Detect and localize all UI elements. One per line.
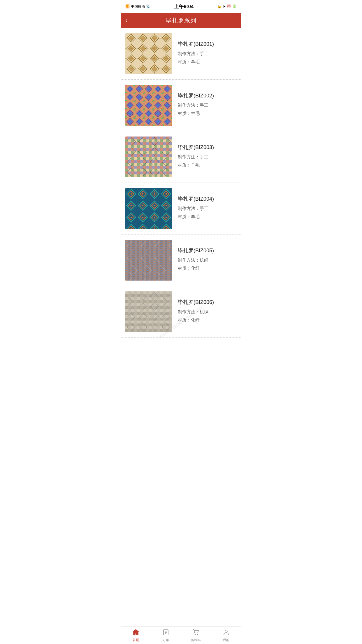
product-item[interactable]: 毕扎罗(BIZ004) 制作方法：手工 材质：羊毛 xyxy=(121,183,241,235)
product-name: 毕扎罗(BIZ005) xyxy=(178,247,237,254)
product-method: 制作方法：手工 xyxy=(178,102,237,109)
svg-rect-28 xyxy=(125,188,172,229)
battery-icon: 🔋 xyxy=(232,4,237,8)
product-item[interactable]: 毕扎罗(BIZ002) 制作方法：手工 材质：羊毛 xyxy=(121,80,241,131)
status-bar-time: 上午9:04 xyxy=(174,3,194,10)
product-item[interactable]: 毕扎罗(BIZ001) 制作方法：手工 材质：羊毛 xyxy=(121,28,241,80)
status-bar-right: 🔒 ➤ ⏰ 🔋 xyxy=(217,4,237,8)
signal-icon: 📶 xyxy=(125,4,130,8)
svg-rect-45 xyxy=(125,291,172,332)
product-name: 毕扎罗(BIZ001) xyxy=(178,41,237,48)
product-method: 制作方法：机织 xyxy=(178,257,237,264)
product-item[interactable]: 毕扎罗(BIZ006) 制作方法：机织 材质：化纤 xyxy=(121,286,241,338)
svg-rect-21 xyxy=(125,136,172,177)
svg-rect-36 xyxy=(125,240,172,281)
product-material: 材质：化纤 xyxy=(178,265,237,272)
product-info: 毕扎罗(BIZ005) 制作方法：机织 材质：化纤 xyxy=(178,247,237,274)
product-info: 毕扎罗(BIZ004) 制作方法：手工 材质：羊毛 xyxy=(178,195,237,222)
alarm-icon: ⏰ xyxy=(227,4,231,8)
wifi-icon: 📡 xyxy=(146,4,150,8)
carrier-name: 中国移动 xyxy=(131,4,145,9)
product-material: 材质：化纤 xyxy=(178,317,237,323)
product-name: 毕扎罗(BIZ006) xyxy=(178,299,237,306)
product-material: 材质：羊毛 xyxy=(178,214,237,220)
product-info: 毕扎罗(BIZ003) 制作方法：手工 材质：羊毛 xyxy=(178,144,237,170)
product-info: 毕扎罗(BIZ001) 制作方法：手工 材质：羊毛 xyxy=(178,41,237,67)
page-header: ‹ 毕扎罗系列 xyxy=(121,13,241,28)
product-method: 制作方法：手工 xyxy=(178,154,237,160)
product-thumbnail xyxy=(125,33,172,74)
svg-rect-13 xyxy=(125,85,172,126)
page-title: 毕扎罗系列 xyxy=(166,17,196,24)
back-button[interactable]: ‹ xyxy=(125,17,127,24)
product-method: 制作方法：机织 xyxy=(178,309,237,315)
product-list-container: 毕扎罗(BIZ001) 制作方法：手工 材质：羊毛 毕扎罗(BIZ002) 制作… xyxy=(121,28,241,357)
product-name: 毕扎罗(BIZ002) xyxy=(178,92,237,99)
product-info: 毕扎罗(BIZ006) 制作方法：机织 材质：化纤 xyxy=(178,299,237,325)
product-thumbnail xyxy=(125,85,172,126)
product-method: 制作方法：手工 xyxy=(178,205,237,212)
product-name: 毕扎罗(BIZ004) xyxy=(178,195,237,202)
product-thumbnail xyxy=(125,240,172,281)
status-bar-left: 📶 中国移动 📡 xyxy=(125,4,150,9)
product-list: 毕扎罗(BIZ001) 制作方法：手工 材质：羊毛 毕扎罗(BIZ002) 制作… xyxy=(121,28,241,338)
product-material: 材质：羊毛 xyxy=(178,59,237,65)
location-icon: ➤ xyxy=(223,4,226,8)
product-thumbnail xyxy=(125,291,172,332)
product-thumbnail xyxy=(125,188,172,229)
product-info: 毕扎罗(BIZ002) 制作方法：手工 材质：羊毛 xyxy=(178,92,237,119)
lock-icon: 🔒 xyxy=(217,4,222,8)
product-item[interactable]: 毕扎罗(BIZ003) 制作方法：手工 材质：羊毛 xyxy=(121,131,241,183)
product-material: 材质：羊毛 xyxy=(178,162,237,169)
status-bar: 📶 中国移动 📡 上午9:04 🔒 ➤ ⏰ 🔋 xyxy=(121,0,241,13)
product-name: 毕扎罗(BIZ003) xyxy=(178,144,237,151)
product-material: 材质：羊毛 xyxy=(178,110,237,117)
product-thumbnail xyxy=(125,136,172,177)
product-item[interactable]: 毕扎罗(BIZ005) 制作方法：机织 材质：化纤 xyxy=(121,235,241,286)
svg-rect-1 xyxy=(125,33,172,74)
product-method: 制作方法：手工 xyxy=(178,50,237,57)
